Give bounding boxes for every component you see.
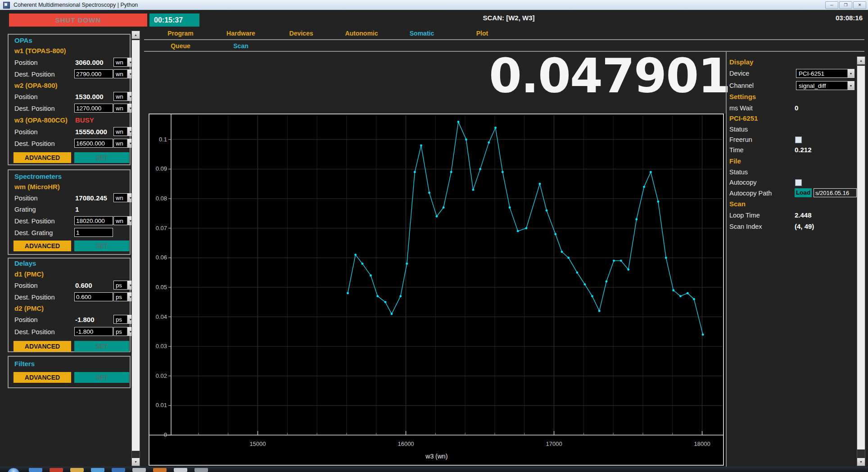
wm-grating-row: Grating 1 bbox=[14, 204, 128, 214]
w3-busy-badge: BUSY bbox=[75, 115, 94, 125]
freerun-row: Freerun bbox=[729, 135, 856, 145]
scan-plot: 1500016000170001800000.010.020.030.040.0… bbox=[149, 113, 726, 466]
taskbar-app-4[interactable] bbox=[91, 468, 104, 472]
device-label: Device bbox=[729, 68, 749, 78]
spectrometers-panel: Spectrometers wm (MicroHR) Position 1708… bbox=[8, 169, 131, 255]
scroll-down-icon[interactable]: ▼ bbox=[132, 458, 140, 466]
load-button[interactable]: Load bbox=[795, 188, 812, 197]
close-button[interactable]: ✕ bbox=[853, 1, 866, 9]
pci-status-row: Status bbox=[729, 124, 856, 134]
w3-dest-input[interactable] bbox=[74, 139, 113, 148]
content-divider bbox=[726, 51, 727, 468]
position-label: Position bbox=[14, 281, 38, 290]
spectrometers-advanced-button[interactable]: ADVANCED bbox=[14, 241, 71, 251]
svg-text:0.09: 0.09 bbox=[156, 165, 167, 172]
chevron-down-icon[interactable]: ▼ bbox=[847, 82, 854, 90]
tab-somatic[interactable]: Somatic bbox=[392, 30, 452, 37]
tab-plot[interactable]: Plot bbox=[452, 30, 512, 37]
wm-dest-row: Dest. Position wn ▼ bbox=[14, 216, 128, 226]
spectrometers-set-button[interactable]: SET bbox=[74, 241, 129, 251]
position-label: Position bbox=[14, 92, 38, 102]
scan-plot-svg: 1500016000170001800000.010.020.030.040.0… bbox=[149, 113, 726, 466]
freerun-checkbox[interactable] bbox=[795, 136, 802, 143]
taskbar-app-8[interactable] bbox=[174, 468, 187, 472]
position-label: Position bbox=[14, 58, 38, 68]
loop-time-value: 2.448 bbox=[795, 210, 812, 220]
scroll-up-icon[interactable]: ▲ bbox=[132, 31, 140, 39]
opas-set-button[interactable]: SET bbox=[74, 152, 129, 163]
autocopy-path-input[interactable] bbox=[814, 188, 857, 197]
taskbar[interactable] bbox=[0, 467, 868, 472]
scan-index-label: Scan Index bbox=[729, 222, 762, 231]
shutdown-button[interactable]: SHUT DOWN bbox=[9, 14, 147, 27]
subtab-scan[interactable]: Scan bbox=[211, 42, 271, 50]
taskbar-app-3[interactable] bbox=[70, 468, 84, 472]
device-dropdown[interactable]: PCI-6251 ▼ bbox=[796, 69, 854, 78]
d1-dest-input[interactable] bbox=[74, 292, 113, 301]
chevron-down-icon[interactable]: ▼ bbox=[847, 69, 854, 77]
tab-devices[interactable]: Devices bbox=[271, 30, 331, 37]
taskbar-app-9[interactable] bbox=[194, 468, 208, 472]
taskbar-app-6[interactable] bbox=[132, 468, 146, 472]
subtab-queue[interactable]: Queue bbox=[150, 42, 211, 50]
loop-time-label: Loop Time bbox=[729, 210, 760, 220]
w2-dest-input[interactable] bbox=[74, 104, 113, 113]
file-status-row: Status bbox=[729, 167, 856, 177]
taskbar-app-5[interactable] bbox=[112, 468, 125, 472]
dest-position-label: Dest. Position bbox=[14, 69, 54, 79]
tab-program[interactable]: Program bbox=[150, 30, 211, 37]
w1-dest-input[interactable] bbox=[74, 69, 113, 78]
taskbar-app-1[interactable] bbox=[29, 468, 42, 472]
sidebar-scrollbar[interactable]: ▲ ▼ bbox=[131, 31, 140, 466]
minimize-button[interactable]: ─ bbox=[825, 1, 838, 9]
application-window: Coherent Multidimensional Spectroscopy |… bbox=[0, 0, 868, 472]
dest-position-label: Dest. Position bbox=[14, 216, 54, 226]
opas-advanced-button[interactable]: ADVANCED bbox=[14, 152, 71, 163]
d2-dest-input[interactable] bbox=[74, 327, 113, 336]
ms-wait-row: ms Wait 0 bbox=[729, 103, 856, 113]
maximize-button[interactable]: ❐ bbox=[839, 1, 852, 9]
window-title: Coherent Multidimensional Spectroscopy |… bbox=[14, 2, 138, 8]
tab-hardware[interactable]: Hardware bbox=[211, 30, 271, 37]
wm-dest-input[interactable] bbox=[74, 216, 113, 225]
scroll-up-icon[interactable]: ▲ bbox=[857, 57, 865, 64]
grating-label: Grating bbox=[14, 204, 36, 214]
delays-advanced-button[interactable]: ADVANCED bbox=[14, 341, 71, 352]
delays-set-button[interactable]: SET bbox=[74, 341, 129, 352]
svg-text:0.06: 0.06 bbox=[156, 254, 167, 261]
sidebar-scrollbar-thumb[interactable] bbox=[132, 40, 140, 451]
start-button[interactable] bbox=[7, 467, 20, 472]
svg-text:0.02: 0.02 bbox=[156, 372, 167, 379]
filters-panel: Filters ADVANCED SET bbox=[8, 356, 131, 388]
scan-index-row: Scan Index (4, 49) bbox=[729, 222, 856, 231]
w3-dest-row: Dest. Position wn ▼ bbox=[14, 139, 128, 149]
right-panel-scrollbar[interactable]: ▲ ▼ bbox=[857, 56, 865, 466]
filters-header: Filters bbox=[14, 359, 35, 369]
right-panel-scrollbar-thumb[interactable] bbox=[857, 66, 865, 449]
w1-dest-row: Dest. Position wn ▼ bbox=[14, 69, 128, 79]
svg-text:0: 0 bbox=[164, 431, 167, 438]
channel-dropdown[interactable]: signal_diff ▼ bbox=[796, 81, 854, 90]
d2-header: d2 (PMC) bbox=[14, 304, 44, 313]
tab-autonomic[interactable]: Autonomic bbox=[331, 30, 392, 37]
position-label: Position bbox=[14, 315, 38, 325]
time-row: Time 0.212 bbox=[729, 145, 856, 155]
w3-position-row: Position 15550.000 wn ▼ bbox=[14, 127, 128, 137]
filters-advanced-button[interactable]: ADVANCED bbox=[14, 372, 71, 383]
taskbar-app-2[interactable] bbox=[50, 468, 63, 472]
title-bar[interactable]: Coherent Multidimensional Spectroscopy |… bbox=[0, 0, 868, 10]
svg-text:0.05: 0.05 bbox=[156, 284, 167, 290]
dest-position-label: Dest. Position bbox=[14, 292, 54, 302]
filters-set-button[interactable]: SET bbox=[74, 372, 129, 383]
position-label: Position bbox=[14, 193, 38, 203]
wm-dest-grating-input[interactable] bbox=[74, 228, 113, 237]
wm-header: wm (MicroHR) bbox=[14, 182, 60, 192]
svg-text:0.07: 0.07 bbox=[156, 225, 167, 231]
w1-header: w1 (TOPAS-800) bbox=[14, 46, 66, 56]
taskbar-app-7[interactable] bbox=[153, 468, 167, 472]
autocopy-checkbox[interactable] bbox=[795, 179, 802, 186]
d2-dest-row: Dest. Position ps ▼ bbox=[14, 327, 128, 337]
file-header: File bbox=[729, 157, 741, 165]
loop-time-row: Loop Time 2.448 bbox=[729, 210, 856, 220]
scroll-down-icon[interactable]: ▼ bbox=[857, 458, 865, 466]
